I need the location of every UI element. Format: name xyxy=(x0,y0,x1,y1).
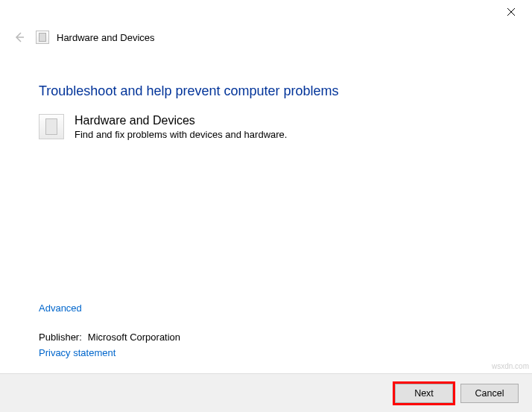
titlebar xyxy=(0,0,532,24)
content-area: Troubleshoot and help prevent computer p… xyxy=(0,51,532,140)
next-button[interactable]: Next xyxy=(395,384,453,403)
footer: Next Cancel xyxy=(0,373,532,412)
advanced-link[interactable]: Advanced xyxy=(39,302,82,314)
publisher-value: Microsoft Corporation xyxy=(88,332,180,343)
close-icon xyxy=(507,7,516,16)
item-description: Find and fix problems with devices and h… xyxy=(75,129,287,140)
troubleshooter-item: Hardware and Devices Find and fix proble… xyxy=(39,114,493,140)
close-button[interactable] xyxy=(496,1,526,22)
publisher-row: Publisher: Microsoft Corporation xyxy=(39,332,180,343)
publisher-label: Publisher: xyxy=(39,332,82,343)
page-heading: Troubleshoot and help prevent computer p… xyxy=(39,83,493,99)
header-row: Hardware and Devices xyxy=(0,24,532,51)
back-button[interactable] xyxy=(10,28,28,46)
header-title: Hardware and Devices xyxy=(57,32,155,43)
item-title: Hardware and Devices xyxy=(75,114,287,127)
lower-section: Advanced Publisher: Microsoft Corporatio… xyxy=(39,302,180,358)
privacy-link[interactable]: Privacy statement xyxy=(39,347,115,358)
cancel-button[interactable]: Cancel xyxy=(460,384,519,403)
device-icon xyxy=(39,114,64,139)
back-arrow-icon xyxy=(13,31,26,44)
watermark: wsxdn.com xyxy=(492,362,529,370)
hardware-icon xyxy=(36,31,49,44)
